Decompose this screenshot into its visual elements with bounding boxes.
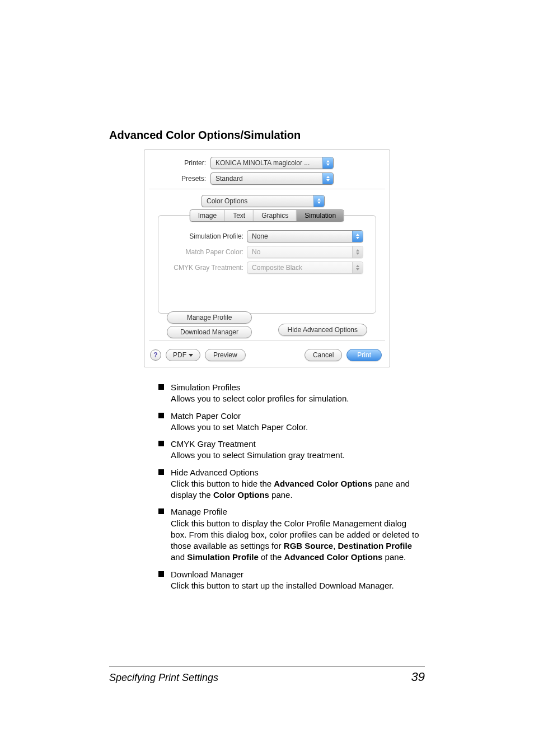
tab-simulation[interactable]: Simulation <box>297 210 344 221</box>
bullet-list: Simulation Profiles Allows you to select… <box>158 382 419 591</box>
tab-graphics[interactable]: Graphics <box>254 210 297 221</box>
term: CMYK Gray Treatment <box>171 438 419 450</box>
pane-select[interactable]: Color Options <box>202 195 325 207</box>
footer-title: Specifying Print Settings <box>109 672 218 684</box>
term: Download Manager <box>171 569 419 580</box>
simulation-profile-select[interactable]: None <box>247 230 363 242</box>
match-paper-color-select: No <box>247 246 363 258</box>
manage-profile-button[interactable]: Manage Profile <box>167 311 252 324</box>
match-paper-color-value: No <box>247 248 352 256</box>
cmyk-gray-label: CMYK Gray Treatment: <box>166 264 247 272</box>
list-item: Hide Advanced Options Click this button … <box>158 467 419 501</box>
presets-select[interactable]: Standard <box>210 172 334 185</box>
stepper-icon <box>352 246 363 258</box>
tab-area: Image Text Graphics Simulation Simulatio… <box>158 215 376 314</box>
term: Simulation Profiles <box>171 382 419 393</box>
simulation-profile-label: Simulation Profile: <box>166 232 247 240</box>
cmyk-gray-select: Composite Black <box>247 262 363 274</box>
section-title: Advanced Color Options/Simulation <box>109 129 425 142</box>
desc: Allows you to select color profiles for … <box>171 393 419 404</box>
match-paper-color-label: Match Paper Color: <box>166 248 247 256</box>
list-item: CMYK Gray Treatment Allows you to select… <box>158 438 419 461</box>
presets-select-value: Standard <box>211 175 322 183</box>
stepper-icon <box>352 262 363 273</box>
desc: Allows you to set Match Paper Color. <box>171 422 419 433</box>
desc: Click this button to start up the instal… <box>171 580 419 591</box>
printer-select[interactable]: KONICA MINOLTA magicolor ... <box>210 157 334 169</box>
print-dialog: Printer: KONICA MINOLTA magicolor ... Pr… <box>144 150 390 367</box>
stepper-icon <box>322 157 333 169</box>
divider <box>149 340 385 341</box>
hide-advanced-button[interactable]: Hide Advanced Options <box>278 324 367 336</box>
term: Match Paper Color <box>171 410 419 422</box>
term: Manage Profile <box>171 506 419 517</box>
desc: Allows you to select Simulation gray tre… <box>171 450 419 461</box>
pdf-button-label: PDF <box>173 351 186 359</box>
help-button[interactable]: ? <box>150 349 161 361</box>
term: Hide Advanced Options <box>171 467 419 478</box>
stepper-icon <box>313 195 324 207</box>
divider <box>149 189 385 189</box>
list-item: Download Manager Click this button to st… <box>158 569 419 592</box>
printer-label: Printer: <box>153 159 210 167</box>
tab-text[interactable]: Text <box>225 210 254 221</box>
list-item: Simulation Profiles Allows you to select… <box>158 382 419 405</box>
cmyk-gray-value: Composite Black <box>247 264 352 272</box>
download-manager-button[interactable]: Download Manager <box>167 326 252 338</box>
list-item: Manage Profile Click this button to disp… <box>158 506 419 563</box>
page-number: 39 <box>411 670 425 684</box>
footer-rule <box>109 666 425 666</box>
tab-bar: Image Text Graphics Simulation <box>190 209 344 222</box>
cancel-button[interactable]: Cancel <box>305 349 342 361</box>
desc: Click this button to hide the Advanced C… <box>171 478 419 501</box>
presets-label: Presets: <box>153 175 210 183</box>
stepper-icon <box>352 231 363 242</box>
printer-select-value: KONICA MINOLTA magicolor ... <box>211 159 322 167</box>
stepper-icon <box>322 173 333 184</box>
simulation-profile-value: None <box>247 232 352 240</box>
pdf-button[interactable]: PDF <box>166 349 200 361</box>
desc: Click this button to display the Color P… <box>171 518 419 563</box>
preview-button[interactable]: Preview <box>205 349 246 361</box>
page-footer: Specifying Print Settings 39 <box>109 666 425 684</box>
list-item: Match Paper Color Allows you to set Matc… <box>158 410 419 433</box>
pane-select-value: Color Options <box>202 197 313 205</box>
chevron-down-icon <box>189 354 193 357</box>
print-button[interactable]: Print <box>346 349 382 361</box>
tab-image[interactable]: Image <box>190 210 225 221</box>
